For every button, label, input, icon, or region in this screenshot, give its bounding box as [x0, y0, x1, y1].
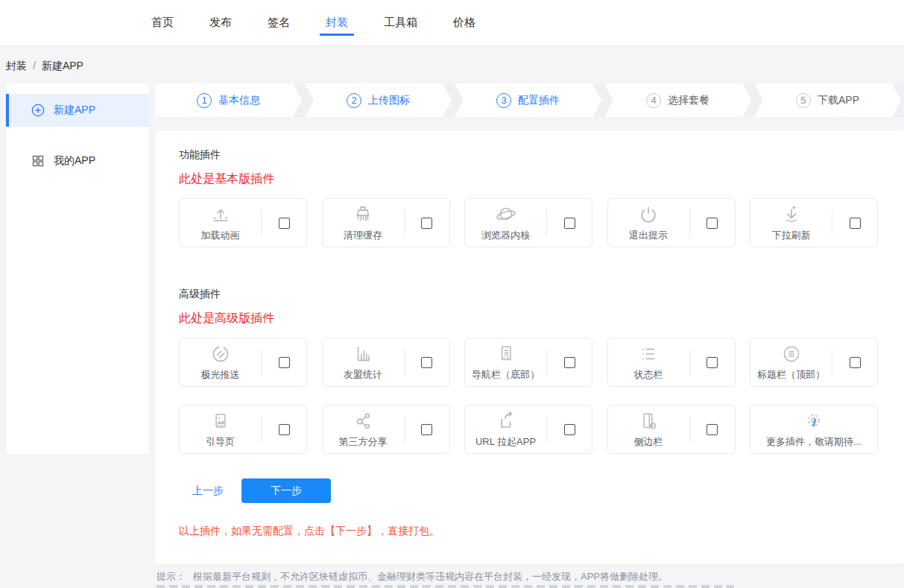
top-navigation-bar: 首页 发布 签名 封装 工具箱 价格 [0, 0, 904, 46]
step-wizard: 1 基本信息 2 上传图标 3 配置插件 4 选择套餐 5 下载APP [155, 83, 904, 117]
plugin-label: 状态栏 [634, 368, 663, 382]
sidebar-item-label: 新建APP [54, 104, 95, 117]
plugin-checkbox[interactable] [850, 357, 861, 368]
push-icon [209, 343, 232, 365]
plugin-card[interactable]: 第三方分享 [322, 405, 450, 454]
section-title: 高级插件 [179, 288, 878, 301]
step-number: 3 [496, 93, 511, 108]
url-launch-icon [495, 410, 517, 432]
plugin-checkbox[interactable] [564, 218, 575, 229]
nav-item-label: 封装 [326, 16, 348, 30]
plugin-card[interactable]: 加载动画 [179, 198, 307, 247]
sidebar: 新建APP 我的APP [6, 83, 149, 455]
nav-item-1[interactable]: 首页 [151, 0, 174, 45]
section-note: 此处是基本版插件 [179, 171, 878, 187]
prev-step-link[interactable]: 上一步 [192, 484, 224, 498]
pull-refresh-icon [780, 203, 803, 226]
step-label: 配置插件 [518, 94, 560, 107]
plugin-card[interactable]: 友盟统计 [322, 338, 450, 387]
more-plugins-icon [803, 410, 825, 432]
plugin-card[interactable]: 更多插件，敬请期待... [750, 405, 878, 454]
plugin-checkbox[interactable] [279, 218, 290, 229]
loading-animation-icon [209, 203, 232, 226]
footer-tip-text: 根据最新平台规则，不允许区块链虚拟币、金融理财类等违规内容在平台封装，一经发现，… [193, 571, 668, 582]
plugin-grid: 加载动画 清理缓存 浏览器内核 退出提示 [179, 198, 878, 247]
step-number: 2 [347, 93, 361, 108]
wizard-step[interactable]: 2 上传图标 [305, 83, 452, 117]
nav-item-5[interactable]: 工具箱 [384, 0, 417, 45]
nav-item-label: 价格 [453, 16, 475, 30]
nav-item-label: 工具箱 [384, 16, 417, 30]
plugin-card[interactable]: 状态栏 [607, 338, 736, 387]
plugin-checkbox[interactable] [421, 357, 432, 368]
plugin-label: URL 拉起APP [475, 435, 536, 449]
plugin-checkbox[interactable] [421, 424, 432, 435]
packaging-note: 以上插件，如果无需配置，点击【下一步】，直接打包。 [179, 525, 878, 538]
plugin-checkbox[interactable] [707, 357, 718, 368]
plugin-section: 功能插件 此处是基本版插件 加载动画 清理缓存 浏览器内核 [179, 148, 878, 247]
step-label: 上传图标 [368, 94, 410, 107]
plugin-label: 加载动画 [201, 229, 240, 242]
plugin-card[interactable]: 标题栏（顶部） [750, 338, 878, 387]
wizard-step[interactable]: 5 下载APP [754, 83, 901, 117]
step-number: 1 [197, 93, 212, 108]
breadcrumb: 封装/新建APP [6, 60, 83, 73]
wizard-step[interactable]: 3 配置插件 [455, 83, 601, 117]
plugin-label: 极光推送 [201, 368, 240, 382]
main-panel: 功能插件 此处是基本版插件 加载动画 清理缓存 浏览器内核 [155, 130, 904, 564]
wizard-step[interactable]: 1 基本信息 [155, 83, 302, 117]
wizard-step[interactable]: 4 选择套餐 [604, 83, 751, 117]
plugin-card[interactable]: 极光推送 [179, 338, 307, 387]
breadcrumb-current: 新建APP [42, 60, 83, 72]
nav-item-label: 签名 [268, 16, 290, 30]
navbar-bottom-icon [495, 343, 517, 365]
plugin-label: 清理缓存 [344, 229, 382, 242]
plugin-label: 更多插件，敬请期待... [766, 435, 862, 449]
plugin-checkbox[interactable] [279, 357, 290, 368]
section-title: 功能插件 [179, 148, 878, 162]
next-step-button[interactable]: 下一步 [241, 478, 331, 503]
guide-page-icon [209, 410, 232, 432]
step-number: 5 [796, 93, 811, 108]
plus-circle-icon [31, 104, 45, 117]
plugin-label: 浏览器内核 [481, 229, 530, 242]
breadcrumb-section[interactable]: 封装 [6, 60, 27, 72]
sidebar-item[interactable]: 新建APP [6, 94, 149, 127]
nav-item-label: 首页 [151, 16, 174, 30]
plugin-checkbox[interactable] [707, 218, 718, 229]
plugin-label: 第三方分享 [339, 435, 388, 449]
plugin-card[interactable]: 导航栏（底部） [464, 338, 592, 387]
plugin-checkbox[interactable] [564, 357, 575, 368]
nav-item-6[interactable]: 价格 [453, 0, 475, 45]
side-bar-icon [637, 410, 660, 432]
step-number: 4 [646, 93, 661, 108]
step-label: 基本信息 [218, 94, 260, 107]
status-bar-icon [637, 343, 660, 365]
plugin-checkbox[interactable] [564, 424, 575, 435]
plugin-card[interactable]: URL 拉起APP [464, 405, 592, 454]
plugin-checkbox[interactable] [421, 218, 432, 229]
footer-tip-label: 提示： [157, 571, 186, 582]
clean-cache-icon [352, 203, 374, 226]
plugin-card[interactable]: 清理缓存 [322, 198, 450, 247]
nav-menu: 首页 发布 签名 封装 工具箱 价格 [0, 0, 904, 45]
plugin-card[interactable]: 下拉刷新 [750, 198, 878, 247]
nav-item-2[interactable]: 发布 [209, 0, 232, 45]
breadcrumb-separator: / [33, 60, 36, 72]
sidebar-item[interactable]: 我的APP [6, 145, 149, 177]
plugin-label: 标题栏（顶部） [757, 368, 825, 382]
step-label: 下载APP [818, 94, 859, 107]
stats-icon [352, 343, 374, 365]
plugin-checkbox[interactable] [279, 424, 290, 435]
plugin-card[interactable]: 退出提示 [607, 198, 736, 247]
plugin-checkbox[interactable] [850, 218, 861, 229]
plugin-checkbox[interactable] [707, 424, 718, 435]
clipped-text-row [157, 585, 734, 588]
plugin-label: 引导页 [206, 435, 235, 449]
plugin-label: 退出提示 [629, 229, 668, 242]
plugin-card[interactable]: 引导页 [179, 405, 307, 454]
plugin-card[interactable]: 浏览器内核 [464, 198, 592, 247]
plugin-card[interactable]: 侧边栏 [607, 405, 736, 454]
nav-item-4[interactable]: 封装 [326, 0, 348, 45]
nav-item-3[interactable]: 签名 [268, 0, 290, 45]
